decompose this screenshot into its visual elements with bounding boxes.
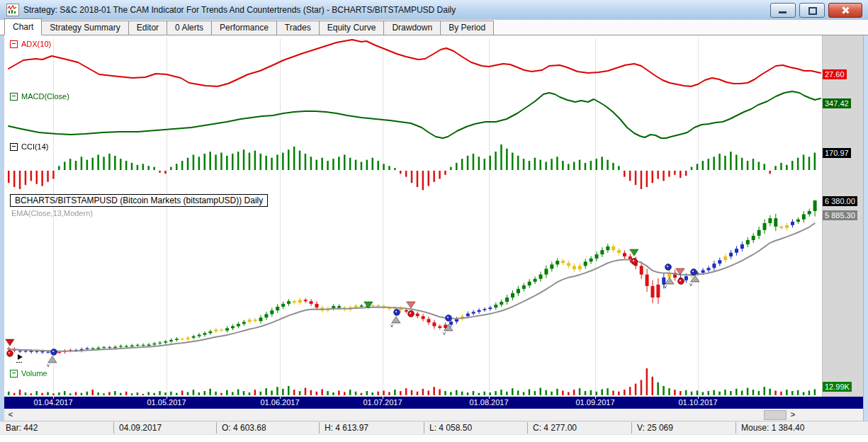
application-window: Strategy: S&C 2018-01 The CAM Indicator … [0,0,868,442]
symbol-title-box: BCHARTS/BITSTAMPUSD (Bitcoin Markets (bi… [10,194,268,207]
chart-icon [6,4,19,16]
status-separator [527,422,528,434]
date-label: 01.04.2017 [33,398,72,407]
date-tick [383,397,383,399]
tab-performance[interactable]: Performance [211,21,277,35]
minimize-icon [779,11,787,13]
date-axis: 01.04.201701.05.201701.06.201701.07.2017… [4,397,863,409]
pane-label-text: ADX(10) [21,40,51,48]
value-flag-macd-value: 347.42 [823,98,851,108]
value-flag-adx-value: 27.60 [823,69,847,79]
status-field: V: 25 069 [637,423,673,433]
status-separator [631,422,632,434]
tab-bar: ChartStrategy SummaryEditor0 AlertsPerfo… [0,20,868,35]
pane-label-cci: CCI(14) [10,142,49,151]
tab-by-period[interactable]: By Period [440,21,494,35]
date-label: 01.05.2017 [147,398,186,407]
scroll-left-arrow[interactable]: < [6,409,16,420]
status-field: Mouse: 1 384.40 [741,423,804,433]
title-bar: Strategy: S&C 2018-01 The CAM Indicator … [0,0,868,21]
status-field: H: 4 613.97 [325,423,368,433]
ema-indicator-label: EMA(Close,13,Modern) [11,209,93,217]
status-field: 04.09.2017 [119,423,162,433]
status-fields-row: Bar: 44204.09.2017O: 4 603.68H: 4 613.97… [0,421,868,435]
date-label: 01.06.2017 [260,398,299,407]
date-tick [595,397,596,399]
minimize-button[interactable] [770,3,796,18]
value-flag-cci-value: 170.97 [823,148,851,158]
status-separator [113,422,114,434]
status-field: C: 4 277.00 [533,423,577,433]
date-tick [167,397,167,399]
chart-area: BCHARTS/BITSTAMPUSD (Bitcoin Markets (bi… [0,35,868,397]
date-tick [489,397,490,399]
collapse-icon[interactable] [10,143,18,151]
collapse-icon[interactable] [10,93,18,101]
pane-label-adx: ADX(10) [10,40,51,48]
tab-chart[interactable]: Chart [4,18,42,35]
scrollbar-thumb[interactable] [764,410,787,420]
tab-drawdown[interactable]: Drawdown [383,21,441,35]
status-separator [319,422,320,434]
pane-label-volume: Volume [10,369,47,378]
window-controls [770,3,862,18]
date-label: 01.09.2017 [575,398,614,407]
window-title: Strategy: S&C 2018-01 The CAM Indicator … [23,5,456,15]
status-separator [735,422,736,434]
tab-editor[interactable]: Editor [128,21,167,35]
collapse-icon[interactable] [10,370,18,378]
window-left-border [0,35,4,442]
date-tick [53,397,54,399]
date-label: 01.07.2017 [363,398,402,407]
price-chart-canvas[interactable] [0,35,822,397]
horizontal-scrollbar: < > [4,409,863,421]
tab-0-alerts[interactable]: 0 Alerts [167,21,212,35]
value-flag-ema-value: 5 885.30 [823,210,857,220]
close-button[interactable] [828,3,862,18]
value-flag-volume-value: 12.99K [823,382,852,392]
tab-trades[interactable]: Trades [276,21,320,35]
pane-label-macd: MACD(Close) [10,92,69,101]
date-label: 01.10.2017 [678,398,717,407]
status-field: O: 4 603.68 [222,423,266,433]
date-tick [280,397,281,399]
date-label: 01.08.2017 [469,398,508,407]
status-bar: Bar: 44204.09.2017O: 4 603.68H: 4 613.97… [0,421,868,442]
restore-icon [808,7,817,15]
collapse-icon[interactable] [10,40,18,48]
status-field: L: 4 058.50 [429,423,472,433]
pane-label-text: Volume [21,369,47,378]
vertical-scrollbar[interactable] [863,35,868,442]
restore-button[interactable] [799,3,825,18]
date-tick [698,397,699,399]
pane-label-text: CCI(14) [21,142,49,151]
pane-label-text: MACD(Close) [21,92,69,101]
value-flag-last-price: 6 380.00 [823,196,857,206]
tab-strategy-summary[interactable]: Strategy Summary [41,21,128,35]
status-field: Bar: 442 [6,423,38,433]
scroll-right-arrow[interactable]: > [788,409,798,420]
tab-equity-curve[interactable]: Equity Curve [319,21,385,35]
status-separator [216,422,217,434]
status-separator [424,422,424,434]
